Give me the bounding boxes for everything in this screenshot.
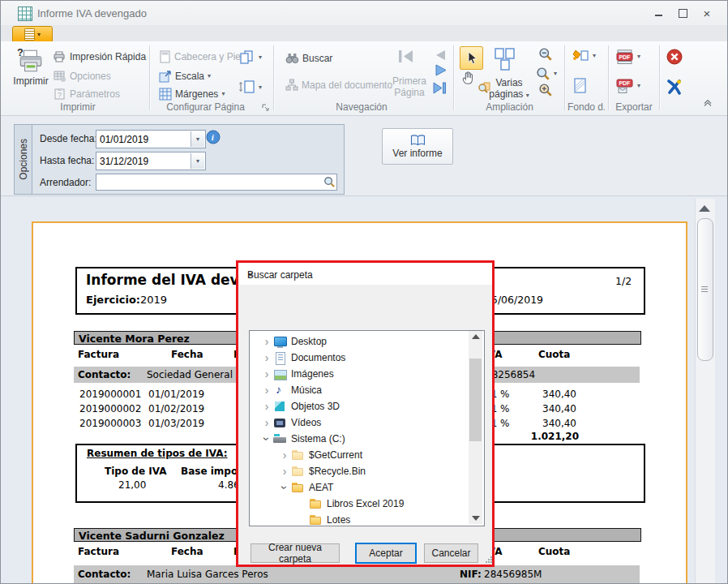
chevron-right-icon[interactable]: ›: [260, 368, 273, 380]
print-options-button[interactable]: Opciones: [54, 70, 111, 83]
folder-icon: [309, 498, 323, 510]
options-tab[interactable]: Opciones: [14, 124, 32, 195]
chevron-right-icon[interactable]: ›: [260, 417, 273, 428]
group-separator: [273, 45, 275, 110]
chevron-right-icon[interactable]: ›: [278, 466, 291, 477]
dropdown-arrow-icon[interactable]: ▾: [191, 153, 204, 169]
hasta-fecha-label: Hasta fecha:: [40, 155, 94, 166]
tree-item-aeat[interactable]: › AEAT: [249, 479, 495, 496]
tree-item-recyclebin[interactable]: › $Recycle.Bin: [249, 463, 495, 479]
group-separator: [608, 45, 610, 110]
chevron-right-icon[interactable]: ›: [260, 336, 273, 347]
tree-item-videos[interactable]: › Vídeos: [249, 414, 477, 431]
zoom-level-button[interactable]: ▾: [536, 67, 557, 81]
page-orientation-button[interactable]: ▾: [239, 79, 262, 95]
nif-value: 28456985M: [484, 569, 542, 580]
dropdown-arrow-icon: ▾: [221, 91, 225, 97]
scroll-up-icon[interactable]: [472, 334, 480, 339]
search-button[interactable]: Buscar: [285, 52, 332, 64]
chevron-right-icon[interactable]: ›: [260, 401, 273, 412]
maximize-button[interactable]: [672, 5, 693, 21]
dropdown-arrow-icon: ▾: [637, 54, 640, 60]
search-icon[interactable]: [323, 176, 336, 188]
dialog-launcher-icon[interactable]: [262, 104, 269, 111]
chevron-right-icon[interactable]: ›: [260, 384, 273, 396]
hand-tool-icon[interactable]: [460, 71, 476, 85]
print-parameters-button[interactable]: ? Parámetros: [54, 88, 120, 101]
ver-informe-button[interactable]: Ver informe: [382, 128, 453, 165]
dropdown-arrow-icon[interactable]: ▾: [191, 131, 204, 147]
contacto-label: Contacto:: [78, 369, 131, 380]
pages-copy-icon: [239, 49, 255, 65]
first-page-icon[interactable]: [397, 49, 414, 64]
scale-button[interactable]: Escala ▾: [159, 70, 211, 83]
scroll-up-icon[interactable]: [699, 205, 710, 212]
page-copies-button[interactable]: ▾: [239, 49, 262, 65]
svg-text:?: ?: [17, 46, 24, 58]
header-footer-button[interactable]: Cabecera y Pie: [159, 50, 241, 63]
col-fecha: Fecha: [171, 546, 203, 557]
multiple-pages-icon[interactable]: [493, 46, 517, 71]
arrendador-input[interactable]: [96, 174, 337, 191]
chevron-down-icon[interactable]: ›: [279, 481, 290, 494]
tree-item-objetos3d[interactable]: › Objetos 3D: [249, 398, 477, 414]
multiple-pages-label[interactable]: Varias páginas ▾: [488, 77, 530, 101]
resumen-tipo-value: 21,00: [118, 479, 146, 491]
contacto-value: Maria Luisa Garces Peros: [147, 569, 268, 580]
videos-icon: [273, 417, 287, 429]
document-map-button[interactable]: Mapa del documento: [285, 79, 392, 92]
tree-scrollbar[interactable]: [469, 331, 482, 524]
fill-color-page-icon: [572, 48, 589, 64]
info-icon[interactable]: i: [206, 130, 221, 144]
tree-item-documentos[interactable]: › Documentos: [249, 350, 477, 366]
folder-icon: [309, 514, 323, 526]
window-title: Informe IVA devengado: [37, 7, 147, 19]
watermark-color-button[interactable]: ▾: [572, 48, 596, 64]
tree-scrollbar-thumb[interactable]: [469, 359, 482, 441]
ejercicio-label: Ejercicio:: [86, 294, 140, 306]
tree-item-sistema-c[interactable]: › Sistema (C:): [249, 431, 477, 447]
export-pdf-button[interactable]: PDF ▾: [616, 49, 640, 64]
last-page-icon[interactable]: [432, 82, 447, 94]
next-page-icon[interactable]: [435, 64, 448, 76]
minimize-button[interactable]: [648, 4, 669, 20]
zoom-out-icon[interactable]: [538, 47, 553, 62]
accept-button[interactable]: Aceptar: [355, 543, 417, 564]
margins-button[interactable]: Márgenes ▾: [159, 88, 225, 101]
app-menu-button[interactable]: ▾: [12, 26, 53, 43]
watermark-page-icon[interactable]: [573, 78, 587, 93]
dialog-resize-grip[interactable]: [485, 556, 493, 564]
chevron-right-icon[interactable]: ›: [260, 352, 273, 363]
print-button[interactable]: ? Imprimir: [11, 46, 51, 87]
dialog-close-icon[interactable]: ×: [247, 269, 484, 281]
tree-item-imagenes[interactable]: › Imágenes: [249, 366, 477, 382]
desde-fecha-combo[interactable]: 01/01/2019 ▾: [96, 130, 206, 148]
hasta-fecha-combo[interactable]: 31/12/2019 ▾: [96, 152, 206, 170]
zoom-in-icon[interactable]: [538, 83, 553, 97]
close-button[interactable]: ×: [696, 5, 717, 21]
send-pdf-button[interactable]: PDF ▾: [616, 79, 640, 93]
tree-item-desktop[interactable]: › Desktop: [249, 333, 477, 350]
cancel-button[interactable]: Cancelar: [424, 543, 478, 563]
cursor-arrow-icon: [466, 51, 477, 65]
tree-item-musica[interactable]: › Música: [249, 382, 477, 398]
magnifier-icon: [536, 67, 550, 81]
previous-page-icon[interactable]: [435, 49, 447, 61]
tree-item-getcurrent[interactable]: › $GetCurrent: [249, 447, 495, 463]
collapse-ribbon-icon[interactable]: [703, 100, 713, 107]
aeat-logo-icon[interactable]: [666, 79, 683, 95]
close-preview-icon[interactable]: [666, 49, 683, 65]
group-separator: [453, 45, 455, 110]
dropdown-arrow-icon: ▾: [526, 92, 529, 99]
scroll-down-icon[interactable]: [472, 516, 480, 521]
chevron-down-icon[interactable]: ›: [261, 432, 272, 445]
chevron-right-icon[interactable]: ›: [278, 449, 291, 461]
new-folder-button[interactable]: Crear nueva carpeta: [251, 543, 340, 563]
binoculars-icon: [285, 52, 299, 64]
quick-print-button[interactable]: Impresión Rápida: [54, 50, 146, 63]
group-label-ampliacion: Ampliación: [463, 101, 556, 113]
documents-icon: [273, 352, 287, 364]
pointer-tool-button[interactable]: [460, 46, 483, 70]
ribbon-tab-row: [1, 25, 727, 42]
document-map-icon: [285, 79, 298, 92]
